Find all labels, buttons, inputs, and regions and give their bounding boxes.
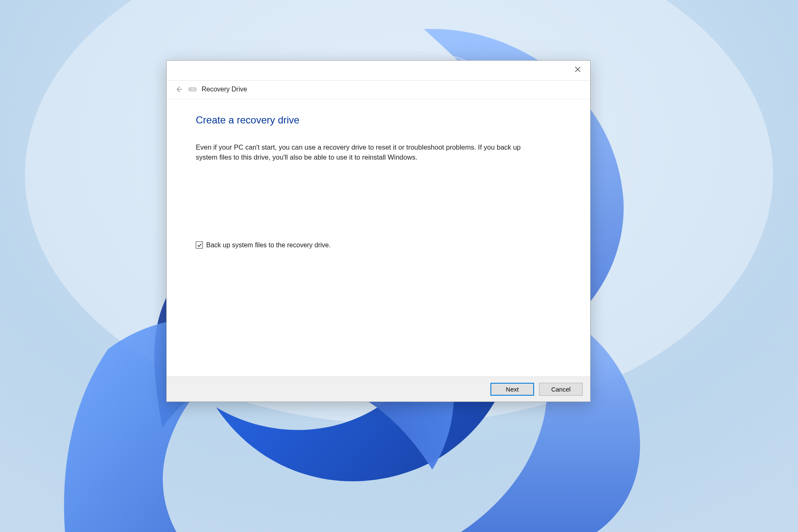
backup-checkbox[interactable] [196,241,203,249]
page-heading: Create a recovery drive [196,114,561,126]
cancel-button[interactable]: Cancel [539,383,583,396]
close-icon [575,66,581,72]
page-description: Even if your PC can't start, you can use… [196,143,528,163]
backup-checkbox-label[interactable]: Back up system files to the recovery dri… [206,241,331,249]
back-arrow-icon [175,86,182,93]
svg-rect-6 [190,89,192,90]
breadcrumb-row: Recovery Drive [167,81,590,99]
titlebar [167,61,590,81]
svg-point-7 [195,89,195,90]
close-button[interactable] [565,61,590,78]
recovery-drive-dialog: Recovery Drive Create a recovery drive E… [166,60,591,402]
drive-icon [188,86,197,92]
wizard-content: Create a recovery drive Even if your PC … [167,99,590,377]
checkmark-icon [197,243,202,248]
dialog-footer: Next Cancel [167,377,590,401]
next-button[interactable]: Next [490,383,534,396]
back-button[interactable] [174,85,183,94]
wizard-title: Recovery Drive [202,86,247,93]
backup-checkbox-row: Back up system files to the recovery dri… [196,241,561,249]
